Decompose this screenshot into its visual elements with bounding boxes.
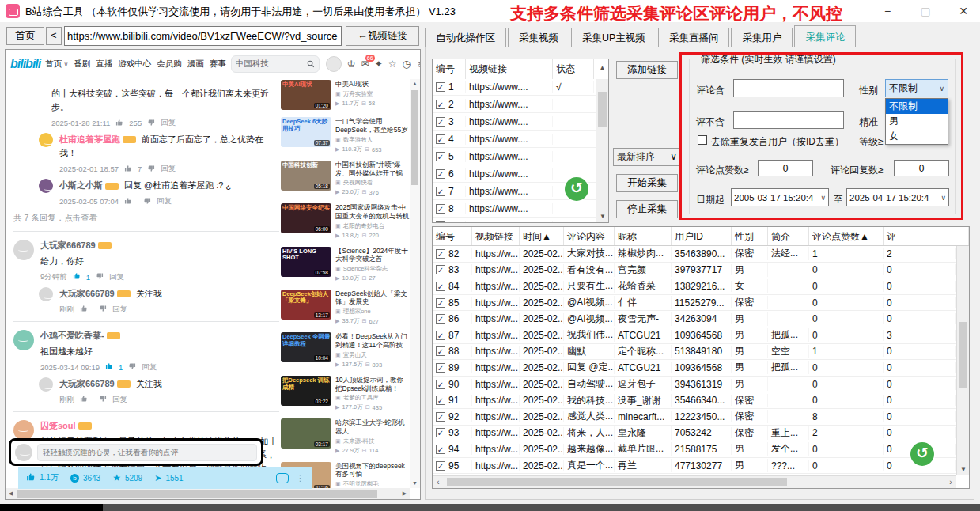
row-checkbox[interactable]: [436, 346, 445, 356]
tab[interactable]: 采集视频: [508, 28, 569, 47]
scrollbar-thumb[interactable]: [598, 92, 607, 127]
column-header[interactable]: 视频链接: [466, 59, 553, 79]
avatar[interactable]: [39, 133, 53, 147]
dislike-icon[interactable]: [99, 305, 107, 314]
avatar[interactable]: [39, 287, 53, 301]
nav-item[interactable]: 首页 ∨: [45, 59, 68, 70]
dislike-icon[interactable]: [96, 272, 104, 282]
nav-item[interactable]: 漫画 ∨: [187, 59, 204, 70]
reply-button[interactable]: 回复: [142, 362, 157, 373]
uploader-name[interactable]: Science科学杂志: [343, 265, 388, 273]
search-input[interactable]: [236, 59, 304, 69]
message-icon[interactable]: ✉66: [361, 59, 369, 70]
video-title[interactable]: 2025国家级网络攻击-中国重大变革的危机与转机: [335, 203, 410, 220]
like-icon[interactable]: [105, 362, 113, 372]
row-checkbox[interactable]: [436, 363, 445, 373]
reply-button[interactable]: 回复: [161, 118, 176, 128]
reply-button[interactable]: 回复: [109, 272, 124, 282]
uploader-name[interactable]: 老阳的奇妙电台: [343, 222, 385, 230]
video-card[interactable]: DeepSeek 全网最详细教程 10:04 必看！DeepSeek从入门到精通…: [281, 332, 410, 369]
date-from-picker[interactable]: 2005-03-17 15:20:4∨: [731, 188, 829, 206]
emoji-icon[interactable]: [276, 473, 289, 483]
video-card[interactable]: DeepSeek 6大妙用技巧 07:37 一口气学会使用DeepSeek，甚至…: [281, 117, 410, 153]
table-row[interactable]: 9 https://www....: [433, 218, 608, 223]
row-checkbox[interactable]: [436, 282, 445, 291]
video-card[interactable]: 中美AI现状 01:20 中美AI现状 ▣万舟实验室 ▶11.7万⊟58: [281, 80, 410, 110]
column-header[interactable]: 性别: [732, 227, 768, 245]
start-collect-button[interactable]: 开始采集: [616, 174, 678, 192]
minimize-button[interactable]: −: [880, 5, 895, 17]
vip-icon[interactable]: ♔: [347, 59, 356, 70]
avatar[interactable]: [13, 330, 34, 350]
avatar[interactable]: [39, 179, 53, 193]
nav-item[interactable]: 番剧 ∨: [74, 59, 90, 70]
horizontal-scrollbar[interactable]: ◀ ▶: [6, 488, 410, 499]
more-icon[interactable]: ⋮: [296, 473, 305, 483]
scroll-up-icon[interactable]: ▲: [410, 79, 420, 89]
column-header[interactable]: 视频链接: [472, 227, 520, 245]
table-row[interactable]: 4 https://www....: [433, 131, 608, 148]
commenter-name[interactable]: 囚笼soul: [40, 421, 76, 430]
creator-icon[interactable]: ♁: [416, 59, 421, 70]
video-title[interactable]: 10人顶级提示词，教你把Dpseek训练成精！: [335, 376, 410, 392]
table-row[interactable]: 84 https://w... 2025-02... 只要有生... 花蛤香菜 …: [433, 278, 956, 295]
video-card[interactable]: 中国网络安全纪实 06:00 2025国家级网络攻击-中国重大变革的危机与转机 …: [281, 203, 410, 239]
scrollbar-thumb[interactable]: [447, 478, 787, 486]
reply-button[interactable]: 回复: [112, 395, 127, 405]
scroll-down-icon[interactable]: ▼: [957, 464, 970, 475]
table-row[interactable]: 93 https://w... 2025-02... 将来，人... 皇永隆 7…: [433, 426, 956, 442]
video-title[interactable]: 美国视角下的deepseek有多可怕: [335, 462, 410, 479]
uploader-name[interactable]: 老爹的工具库: [343, 394, 379, 402]
video-card[interactable]: HIV'S LONG SHOT 07:58 【Science】2024年度十大科…: [281, 247, 410, 282]
column-header[interactable]: 用户ID: [672, 227, 732, 245]
column-header[interactable]: 时间▲: [520, 227, 564, 245]
video-thumbnail[interactable]: HIV'S LONG SHOT 07:58: [281, 247, 331, 277]
maximize-button[interactable]: ▢: [918, 5, 933, 17]
nav-item[interactable]: 游戏中心 ∨: [118, 59, 151, 70]
video-title[interactable]: 中美AI现状: [335, 80, 410, 89]
sort-order-select[interactable]: 最新排序∨: [613, 148, 681, 166]
row-checkbox[interactable]: [436, 412, 445, 422]
row-checkbox[interactable]: [436, 221, 445, 224]
table-row[interactable]: 83 https://w... 2025-02... 看有没有... 宫完颜 3…: [433, 263, 956, 279]
close-button[interactable]: ✕: [956, 5, 971, 17]
scroll-right-icon[interactable]: ▶: [399, 488, 410, 499]
row-checkbox[interactable]: [436, 314, 445, 324]
history-icon[interactable]: ◷: [402, 59, 410, 70]
replies-threshold-input[interactable]: [894, 160, 949, 176]
video-thumbnail[interactable]: 中国网络安全纪实 06:00: [281, 203, 331, 233]
video-title[interactable]: 一口气学会使用DeepSeek，甚至给55岁的妈妈用上了！: [335, 117, 410, 134]
video-card[interactable]: 中国科技创新 05:18 中国科技创新"井喷"爆发、国外媒体炸开了锅 ▣央视网快…: [281, 161, 410, 196]
bilibili-logo[interactable]: bilibili: [10, 57, 40, 71]
table-row[interactable]: 91 https://w... 2025-02... 我的科技... 没事_谢谢…: [433, 392, 956, 409]
video-thumbnail[interactable]: DeepSeek 全网最详细教程 10:04: [281, 332, 331, 362]
add-link-button[interactable]: 添加链接: [616, 61, 678, 79]
video-thumbnail[interactable]: 中美AI现状 01:20: [281, 80, 331, 110]
row-checkbox[interactable]: [436, 428, 445, 437]
video-title[interactable]: DeepSeek创始人「梁文锋」发展史: [335, 290, 410, 306]
commenter-name[interactable]: 大玩家666789: [40, 240, 96, 250]
uploader-name[interactable]: 央视网快看: [343, 179, 373, 187]
coin-icon[interactable]: b: [70, 474, 79, 483]
commenter-name[interactable]: 大玩家666789: [59, 289, 115, 298]
row-checkbox[interactable]: [436, 331, 445, 340]
comment-excludes-input[interactable]: [733, 111, 844, 129]
likes-threshold-input[interactable]: [758, 160, 813, 176]
scrollbar-thumb[interactable]: [17, 490, 377, 498]
column-header[interactable]: 评: [884, 227, 969, 245]
video-link-button[interactable]: ←视频链接: [346, 26, 419, 46]
scroll-left-icon[interactable]: ◀: [6, 488, 16, 499]
back-button[interactable]: <: [46, 27, 62, 45]
search-box[interactable]: [231, 55, 320, 73]
row-checkbox[interactable]: [436, 169, 445, 179]
dropdown-option[interactable]: 女: [886, 129, 948, 144]
vertical-scrollbar[interactable]: ▼: [956, 246, 969, 475]
scroll-right-icon[interactable]: ›: [945, 476, 956, 488]
uploader-name[interactable]: 数字游牧人: [343, 136, 373, 144]
reply-button[interactable]: 回复: [161, 164, 176, 174]
video-card[interactable]: DeepSeek创始人「梁文锋」 13:17 DeepSeek创始人「梁文锋」发…: [281, 290, 410, 325]
column-header[interactable]: 状态: [553, 59, 594, 79]
reply-button[interactable]: 回复: [112, 305, 127, 315]
row-checkbox[interactable]: [436, 249, 445, 259]
nav-item[interactable]: 直播 ∨: [96, 59, 112, 70]
